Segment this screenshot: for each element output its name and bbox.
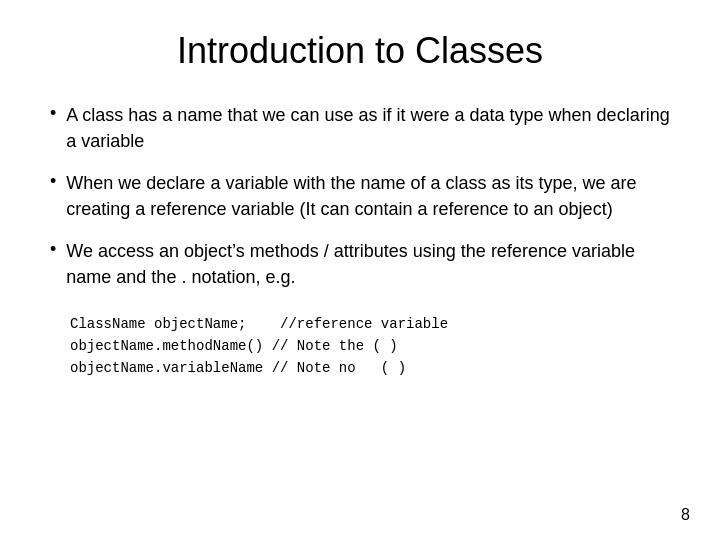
bullet-dot-1: •	[50, 103, 56, 124]
code-line-2: objectName.methodName() // Note the ( )	[70, 335, 670, 357]
slide-container: Introduction to Classes • A class has a …	[0, 0, 720, 540]
slide-title: Introduction to Classes	[50, 30, 670, 72]
code-block: ClassName objectName; //reference variab…	[50, 313, 670, 380]
bullet-text-1: A class has a name that we can use as if…	[66, 102, 670, 154]
bullet-dot-3: •	[50, 239, 56, 260]
bullet-text-2: When we declare a variable with the name…	[66, 170, 670, 222]
bullet-item-1: • A class has a name that we can use as …	[50, 102, 670, 154]
code-line-3: objectName.variableName // Note no ( )	[70, 357, 670, 379]
bullet-dot-2: •	[50, 171, 56, 192]
slide-body: • A class has a name that we can use as …	[50, 102, 670, 510]
code-line-1: ClassName objectName; //reference variab…	[70, 313, 670, 335]
page-number: 8	[681, 506, 690, 524]
bullet-item-3: • We access an object’s methods / attrib…	[50, 238, 670, 290]
bullet-item-2: • When we declare a variable with the na…	[50, 170, 670, 222]
bullet-text-3: We access an object’s methods / attribut…	[66, 238, 670, 290]
